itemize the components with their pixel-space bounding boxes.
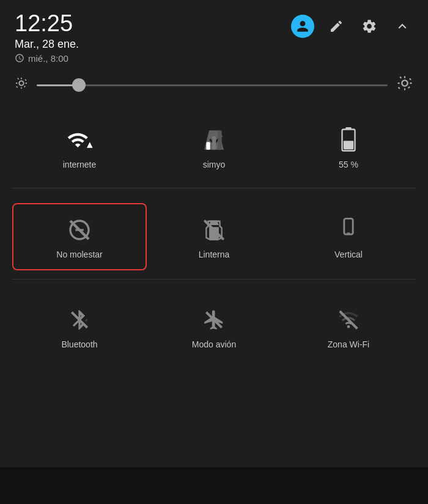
alarm-info: mié., 8:00 [15, 53, 79, 64]
time-date-block: 12:25 Mar., 28 ene. mié., 8:00 [15, 11, 79, 64]
tile-linterna-label: Linterna [199, 250, 230, 259]
svg-rect-12 [347, 232, 350, 233]
person-icon [296, 20, 309, 33]
svg-rect-11 [344, 218, 353, 234]
tile-vertical[interactable]: Vertical [281, 203, 416, 270]
divider-1 [12, 188, 416, 188]
tile-internet[interactable]: internete [12, 114, 147, 179]
screen-rotation-icon [335, 217, 362, 243]
svg-rect-1 [206, 142, 210, 150]
signal-icon [201, 127, 227, 154]
tile-bluetooth[interactable]: Bluetooth [12, 294, 147, 359]
chevron-up-icon [394, 18, 410, 34]
sun-large-icon [396, 75, 413, 92]
svg-point-15 [347, 325, 350, 328]
tile-linterna[interactable]: Linterna [147, 203, 281, 270]
clock-time: 12:25 [15, 11, 79, 37]
tile-internet-label: internete [63, 160, 96, 169]
tile-battery[interactable]: 55 % [281, 114, 416, 179]
edit-icon [329, 19, 344, 34]
tiles-row-1: internete simyo 55 % [0, 102, 428, 185]
airplane-off-icon [201, 306, 227, 333]
alarm-time: mié., 8:00 [28, 53, 68, 64]
tile-no-molestar[interactable]: No molestar [12, 203, 147, 270]
collapse-button[interactable] [391, 15, 413, 37]
settings-button[interactable] [358, 15, 380, 37]
tile-zona-wifi[interactable]: Zona Wi-Fi [281, 294, 416, 359]
tile-no-molestar-label: No molestar [56, 250, 102, 259]
status-header: 12:25 Mar., 28 ene. mié., 8:00 [0, 0, 428, 69]
svg-rect-2 [212, 136, 216, 149]
tile-battery-label: 55 % [339, 160, 358, 169]
tiles-row-3: Bluetooth Modo avión Zona Wi-Fi [0, 282, 428, 365]
brightness-slider[interactable] [37, 78, 388, 92]
tile-simyo-label: simyo [203, 160, 226, 169]
tiles-row-2: No molestar Linterna Vertical [0, 191, 428, 276]
tile-simyo[interactable]: simyo [147, 114, 281, 179]
hotspot-off-icon [335, 306, 362, 333]
brightness-min-icon [15, 76, 28, 94]
alarm-icon [15, 53, 24, 63]
date-text: Mar., 28 ene. [15, 38, 79, 51]
avatar[interactable] [291, 15, 314, 38]
sun-small-icon [15, 76, 28, 90]
flashlight-off-icon [201, 217, 227, 243]
svg-rect-6 [344, 141, 353, 149]
tile-bluetooth-label: Bluetooth [61, 339, 97, 349]
no-disturb-icon [66, 217, 93, 243]
bottom-bar [0, 467, 428, 504]
brightness-control[interactable] [0, 69, 428, 102]
svg-rect-3 [218, 130, 221, 150]
divider-2 [12, 279, 416, 280]
bluetooth-off-icon [66, 306, 93, 333]
svg-marker-0 [87, 142, 93, 148]
tile-modo-avion[interactable]: Modo avión [147, 294, 281, 359]
tile-modo-avion-label: Modo avión [192, 339, 236, 349]
tile-vertical-label: Vertical [334, 250, 363, 259]
settings-icon [361, 18, 377, 34]
tile-zona-wifi-label: Zona Wi-Fi [328, 339, 369, 349]
header-actions [291, 15, 413, 38]
edit-button[interactable] [325, 15, 347, 37]
brightness-max-icon [396, 75, 413, 96]
battery-icon [335, 127, 362, 154]
wifi-icon [66, 127, 93, 154]
